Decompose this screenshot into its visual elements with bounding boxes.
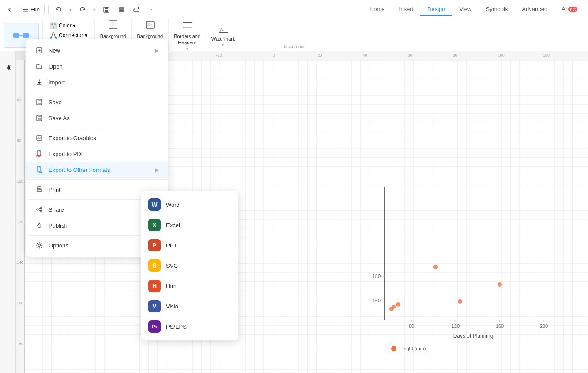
- submenu-word[interactable]: W Word: [141, 194, 238, 215]
- back-button[interactable]: [4, 4, 16, 16]
- export-other-icon: [35, 166, 43, 174]
- undo-dropdown[interactable]: ▾: [67, 3, 74, 16]
- svg-point-71: [37, 209, 38, 210]
- nav-tabs: Home Insert Design View Symbols Advanced…: [362, 3, 584, 16]
- file-menu-overlay[interactable]: New ▶ Open Import: [0, 39, 588, 373]
- svg-rect-61: [38, 118, 41, 121]
- file-label: File: [30, 6, 40, 13]
- submenu-html[interactable]: H Html: [141, 276, 238, 296]
- tab-ai[interactable]: AI hot: [554, 3, 584, 16]
- save-button[interactable]: [100, 3, 113, 16]
- export-submenu: W Word X Excel P PPT S SVG H Html: [141, 191, 238, 340]
- redo-dropdown[interactable]: ▾: [91, 3, 98, 16]
- word-icon: W: [148, 198, 161, 211]
- menu-item-export-pdf[interactable]: PDF Export to PDF: [26, 146, 168, 162]
- svg-rect-8: [120, 10, 123, 11]
- svg-rect-24: [183, 22, 192, 23]
- share-label: Share: [49, 206, 64, 213]
- svg-rect-22: [146, 21, 154, 28]
- svg-rect-69: [38, 190, 41, 190]
- visio-label: Visio: [166, 303, 178, 310]
- svg-rect-26: [183, 26, 192, 26]
- divider-2: [26, 128, 168, 128]
- submenu-excel[interactable]: X Excel: [141, 215, 238, 235]
- ppt-icon: P: [148, 239, 161, 251]
- tab-symbols[interactable]: Symbols: [479, 3, 515, 16]
- share-button[interactable]: [130, 3, 143, 16]
- svg-point-18: [55, 37, 57, 39]
- undo-button[interactable]: [52, 3, 65, 16]
- svg-rect-0: [23, 8, 28, 8]
- submenu-svg[interactable]: S SVG: [141, 255, 238, 276]
- separator: [48, 5, 49, 14]
- menu-item-save-as[interactable]: Save As: [26, 110, 168, 126]
- svg-rect-1: [23, 9, 28, 10]
- svg-point-15: [54, 23, 56, 25]
- export-graphics-label: Export to Graphics: [49, 135, 96, 141]
- svg-rect-27: [183, 27, 192, 28]
- submenu-visio[interactable]: V Visio: [141, 296, 238, 316]
- print-button[interactable]: [115, 3, 128, 16]
- share-menu-icon: [35, 206, 43, 213]
- print-label: Print: [49, 186, 60, 193]
- import-label: Import: [49, 79, 65, 86]
- svg-rect-29: [219, 32, 228, 33]
- open-icon: [35, 62, 43, 70]
- submenu-ppt[interactable]: P PPT: [141, 235, 238, 255]
- svg-line-73: [38, 208, 40, 209]
- menu-item-new[interactable]: New ▶: [26, 42, 168, 58]
- menu-item-export-other[interactable]: Export to Other Formats ▶: [26, 162, 168, 178]
- publish-icon: [35, 221, 43, 229]
- svg-point-72: [40, 210, 42, 212]
- svg-point-70: [40, 207, 42, 209]
- svg-rect-2: [23, 11, 28, 12]
- pseps-icon: Ps: [148, 320, 161, 333]
- redo-button[interactable]: [76, 3, 89, 16]
- svg-rect-62: [37, 136, 42, 140]
- app-layout: Color ▾ Connector ▾ T Text ▾ BackgroundC…: [0, 19, 588, 373]
- svg-icon: S: [148, 259, 161, 272]
- svg-point-17: [50, 37, 52, 39]
- svg-line-74: [38, 210, 40, 211]
- export-pdf-icon: PDF: [35, 150, 43, 158]
- tab-design[interactable]: Design: [420, 3, 452, 16]
- connector-tool[interactable]: Connector ▾: [48, 31, 89, 40]
- svg-point-23: [148, 23, 150, 25]
- svg-text:A: A: [219, 26, 224, 33]
- svg-point-14: [51, 23, 53, 25]
- export-other-arrow: ▶: [155, 167, 159, 172]
- new-arrow: ▶: [155, 48, 159, 53]
- export-pdf-label: Export to PDF: [49, 151, 85, 157]
- tab-advanced[interactable]: Advanced: [515, 3, 554, 16]
- svg-label: SVG: [166, 263, 178, 269]
- publish-label: Publish: [49, 222, 68, 229]
- color-tool[interactable]: Color ▾: [48, 21, 89, 30]
- menu-item-import[interactable]: Import: [26, 74, 168, 90]
- more-button[interactable]: ▾: [145, 3, 158, 16]
- svg-rect-21: [110, 22, 116, 27]
- file-menu-button[interactable]: File: [18, 4, 45, 15]
- save-as-icon: [35, 114, 43, 122]
- options-label: Options: [49, 242, 68, 249]
- svg-rect-11: [23, 33, 29, 38]
- excel-icon: X: [148, 219, 161, 231]
- tab-insert[interactable]: Insert: [392, 3, 421, 16]
- excel-label: Excel: [166, 222, 180, 228]
- html-label: Html: [166, 283, 178, 289]
- menu-item-export-graphics[interactable]: Export to Graphics: [26, 130, 168, 146]
- new-icon: [35, 46, 43, 54]
- submenu-pseps[interactable]: Ps PS/EPS: [141, 316, 238, 337]
- open-label: Open: [49, 63, 63, 70]
- svg-rect-60: [38, 115, 41, 117]
- svg-rect-58: [38, 103, 41, 105]
- ppt-label: PPT: [166, 242, 177, 249]
- svg-text:PDF: PDF: [36, 154, 43, 157]
- pseps-label: PS/EPS: [166, 324, 187, 330]
- svg-rect-4: [105, 7, 108, 9]
- menu-item-save[interactable]: Save: [26, 94, 168, 110]
- tab-home[interactable]: Home: [362, 3, 392, 16]
- save-menu-icon: [35, 98, 43, 106]
- tab-view[interactable]: View: [452, 3, 479, 16]
- menu-item-open[interactable]: Open: [26, 58, 168, 74]
- print-menu-icon: [35, 186, 43, 194]
